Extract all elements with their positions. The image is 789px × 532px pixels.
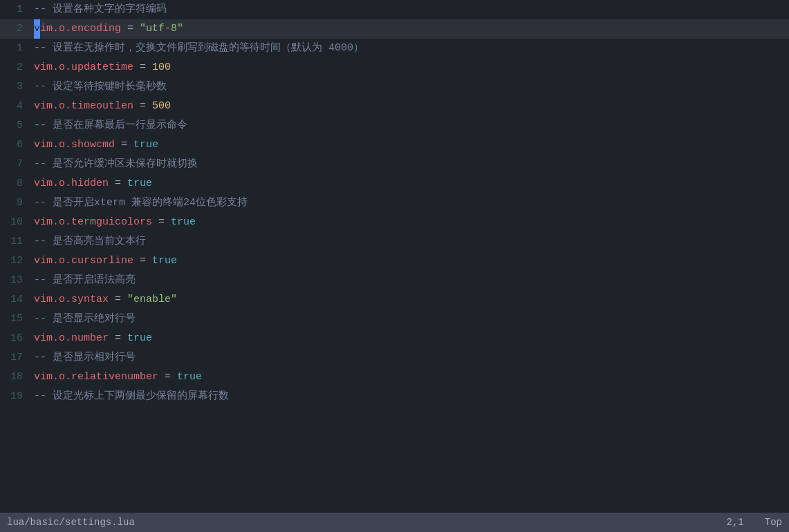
statusline-position: 2,1	[727, 513, 744, 532]
code-operator: =	[121, 23, 140, 35]
editor-area[interactable]: 1 -- 设置各种文字的字符编码 2 vim.o.encoding = "utf…	[0, 0, 789, 513]
code-property: vim.o.relativenumber	[34, 371, 158, 383]
code-operator: =	[109, 178, 127, 189]
code-string: "enable"	[127, 294, 177, 305]
code-line-s4: 4 vim.o.timeoutlen = 500	[0, 97, 789, 116]
code-operator: =	[133, 61, 152, 73]
line-content: -- 设置各种文字的字符编码	[31, 0, 789, 19]
code-bool: true	[127, 178, 152, 189]
code-operator: =	[109, 294, 127, 305]
code-line-s8: 8 vim.o.hidden = true	[0, 174, 789, 193]
code-property: vim.o.number	[34, 332, 109, 344]
line-content: vim.o.relativenumber = true	[31, 368, 789, 387]
line-number: 19	[0, 387, 31, 406]
code-line-s14: 14 vim.o.syntax = "enable"	[0, 290, 789, 310]
line-content: vim.o.updatetime = 100	[31, 58, 789, 77]
code-line-s13: 13 -- 是否开启语法高亮	[0, 271, 789, 290]
cursor: v	[34, 19, 40, 39]
line-content: vim.o.number = true	[31, 329, 789, 348]
line-number: 13	[0, 271, 31, 290]
line-content: vim.o.cursorline = true	[31, 251, 789, 271]
line-number: 15	[0, 310, 31, 329]
code-line-s5: 5 -- 是否在屏幕最后一行显示命令	[0, 116, 789, 135]
code-line-s2: 2 vim.o.updatetime = 100	[0, 58, 789, 77]
line-number: 1	[0, 0, 31, 19]
line-content: vim.o.encoding = "utf-8"	[31, 19, 789, 39]
code-line-2: 2 vim.o.encoding = "utf-8"	[0, 19, 789, 39]
line-number: 11	[0, 232, 31, 251]
line-number: 6	[0, 135, 31, 155]
line-number: 14	[0, 290, 31, 310]
code-number: 500	[152, 100, 171, 112]
line-content: -- 是否开启xterm 兼容的终端24位色彩支持	[31, 193, 789, 213]
code-line-s6: 6 vim.o.showcmd = true	[0, 135, 789, 155]
statusline: lua/basic/settings.lua 2,1 Top	[0, 513, 789, 532]
line-number: 1	[0, 39, 31, 58]
code-line-s19: 19 -- 设定光标上下两侧最少保留的屏幕行数	[0, 387, 789, 406]
line-number: 18	[0, 368, 31, 387]
code-property: vim.o.showcmd	[34, 139, 115, 151]
line-number: 9	[0, 193, 31, 213]
line-content: vim.o.timeoutlen = 500	[31, 97, 789, 116]
code-line-s12: 12 vim.o.cursorline = true	[0, 251, 789, 271]
line-content: vim.o.termguicolors = true	[31, 213, 789, 232]
line-content: -- 设定光标上下两侧最少保留的屏幕行数	[31, 387, 789, 406]
line-number: 2	[0, 19, 31, 39]
line-number: 8	[0, 174, 31, 193]
statusline-filename: lua/basic/settings.lua	[7, 513, 135, 532]
code-string: "utf-8"	[140, 23, 183, 35]
line-number: 12	[0, 251, 31, 271]
code-line-s11: 11 -- 是否高亮当前文本行	[0, 232, 789, 251]
code-line-s9: 9 -- 是否开启xterm 兼容的终端24位色彩支持	[0, 193, 789, 213]
line-number: 7	[0, 155, 31, 174]
line-content: -- 是否允许缓冲区未保存时就切换	[31, 155, 789, 174]
code-line-s7: 7 -- 是否允许缓冲区未保存时就切换	[0, 155, 789, 174]
code-operator: =	[158, 371, 177, 383]
line-content: -- 是否开启语法高亮	[31, 271, 789, 290]
code-property: im.o.encoding	[40, 23, 121, 35]
code-bool: true	[152, 255, 177, 267]
code-bool: true	[133, 139, 158, 151]
code-number: 100	[152, 61, 171, 73]
line-content: -- 是否高亮当前文本行	[31, 232, 789, 251]
code-line-s3: 3 -- 设定等待按键时长毫秒数	[0, 77, 789, 97]
line-content: vim.o.hidden = true	[31, 174, 789, 193]
line-number: 10	[0, 213, 31, 232]
line-content: -- 是否在屏幕最后一行显示命令	[31, 116, 789, 135]
line-number: 3	[0, 77, 31, 97]
code-property: vim.o.cursorline	[34, 255, 133, 267]
line-number: 16	[0, 329, 31, 348]
line-number: 5	[0, 116, 31, 135]
code-operator: =	[109, 332, 127, 344]
code-line-s15: 15 -- 是否显示绝对行号	[0, 310, 789, 329]
code-line-s17: 17 -- 是否显示相对行号	[0, 348, 789, 368]
code-bool: true	[177, 371, 202, 383]
line-content: -- 是否显示绝对行号	[31, 310, 789, 329]
line-content: vim.o.showcmd = true	[31, 135, 789, 155]
code-line-s1: 1 -- 设置在无操作时，交换文件刷写到磁盘的等待时间（默认为 4000）	[0, 39, 789, 58]
code-property: vim.o.updatetime	[34, 61, 133, 73]
line-number: 4	[0, 97, 31, 116]
code-operator: =	[115, 139, 133, 151]
line-content: -- 设置在无操作时，交换文件刷写到磁盘的等待时间（默认为 4000）	[31, 39, 789, 58]
code-operator: =	[133, 100, 152, 112]
code-property: vim.o.termguicolors	[34, 216, 152, 228]
code-bool: true	[127, 332, 152, 344]
line-content: vim.o.syntax = "enable"	[31, 290, 789, 310]
code-bool: true	[171, 216, 196, 228]
code-line-1: 1 -- 设置各种文字的字符编码	[0, 0, 789, 19]
line-number: 17	[0, 348, 31, 368]
code-operator: =	[133, 255, 152, 267]
line-content: -- 是否显示相对行号	[31, 348, 789, 368]
code-line-s10: 10 vim.o.termguicolors = true	[0, 213, 789, 232]
line-number: 2	[0, 58, 31, 77]
code-operator: =	[152, 216, 171, 228]
code-line-s16: 16 vim.o.number = true	[0, 329, 789, 348]
code-property: vim.o.hidden	[34, 178, 109, 189]
code-property: vim.o.syntax	[34, 294, 109, 305]
code-line-s18: 18 vim.o.relativenumber = true	[0, 368, 789, 387]
line-content: -- 设定等待按键时长毫秒数	[31, 77, 789, 97]
code-property: vim.o.timeoutlen	[34, 100, 133, 112]
statusline-scroll: Top	[765, 513, 782, 532]
statusline-right: 2,1 Top	[727, 513, 782, 532]
